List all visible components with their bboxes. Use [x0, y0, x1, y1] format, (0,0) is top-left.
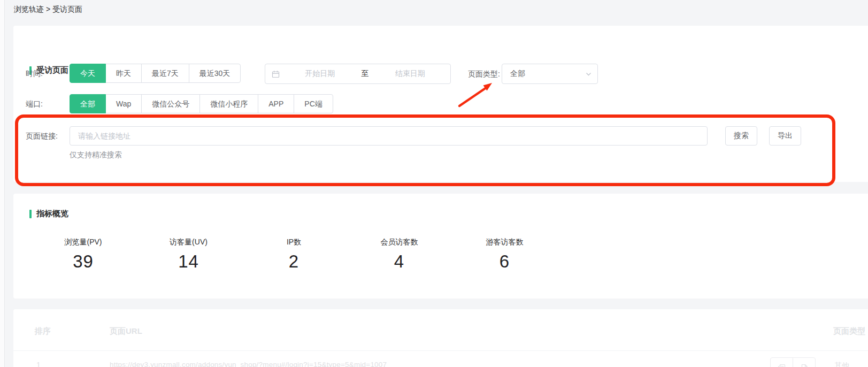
metrics-card: 指标概览 浏览量(PV) 39 访客量(UV) 14 IP数 2 会员访客数 4…	[13, 194, 868, 299]
copy-link-button[interactable]	[770, 357, 793, 367]
end-date-placeholder[interactable]: 结束日期	[370, 69, 451, 79]
stat-uv: 访客量(UV) 14	[136, 238, 241, 272]
cell-url[interactable]: https://dev3.yunzmall.com/addons/yun_sho…	[110, 361, 387, 367]
page-detail-button[interactable]	[793, 357, 816, 367]
page-type-label: 页面类型:	[468, 64, 500, 84]
stat-value: 14	[136, 251, 241, 272]
chevron-down-icon	[585, 71, 592, 78]
start-date-placeholder[interactable]: 开始日期	[280, 69, 360, 79]
search-button[interactable]: 搜索	[725, 126, 757, 146]
row-action-buttons	[770, 357, 816, 367]
port-option-pc[interactable]: PC端	[294, 94, 333, 113]
stat-ip: IP数 2	[241, 238, 347, 272]
time-button-group: 今天 昨天 最近7天 最近30天	[70, 64, 241, 83]
page-type-value: 全部	[510, 69, 585, 79]
export-button[interactable]: 导出	[769, 126, 801, 146]
cell-type: 其他	[834, 361, 849, 367]
filter-card: 受访页面 (2021/04/02) 时间: 今天 昨天 最近7天 最近30天 开…	[13, 26, 868, 182]
port-label: 端口:	[26, 100, 43, 109]
port-option-app[interactable]: APP	[258, 94, 294, 113]
copy-icon	[778, 364, 786, 367]
port-button-group: 全部 Wap 微信公众号 微信小程序 APP PC端	[70, 94, 333, 113]
port-option-wap[interactable]: Wap	[105, 94, 142, 113]
section-accent-bar	[29, 210, 32, 218]
time-label: 时间:	[26, 69, 43, 79]
stat-value: 2	[241, 251, 347, 272]
document-icon	[801, 364, 808, 367]
port-option-wechat-official[interactable]: 微信公众号	[141, 94, 200, 113]
time-option-last7days[interactable]: 最近7天	[141, 64, 189, 83]
time-option-yesterday[interactable]: 昨天	[105, 64, 142, 83]
calendar-icon	[272, 70, 280, 78]
stats-row: 浏览量(PV) 39 访客量(UV) 14 IP数 2 会员访客数 4 游客访客…	[30, 238, 557, 272]
port-option-all[interactable]: 全部	[70, 94, 106, 113]
date-range-separator: 至	[360, 69, 370, 79]
stat-guest-visitors: 游客访客数 6	[452, 238, 557, 272]
search-hint: 仅支持精准搜索	[70, 150, 122, 160]
column-header-rank: 排序	[35, 326, 51, 337]
time-option-today[interactable]: 今天	[70, 64, 106, 83]
stat-pv: 浏览量(PV) 39	[30, 238, 136, 272]
table-divider	[13, 350, 868, 351]
page-type-select[interactable]: 全部	[502, 64, 598, 84]
table-row: 1 https://dev3.yunzmall.com/addons/yun_s…	[13, 357, 868, 367]
metrics-title: 指标概览	[36, 209, 68, 219]
stat-label: 会员访客数	[347, 238, 452, 247]
cell-rank: 1	[36, 361, 41, 367]
table-header-row: 排序 页面URL 页面类型	[13, 326, 868, 346]
sidebar-edge	[0, 0, 5, 367]
port-option-wechat-mini[interactable]: 微信小程序	[199, 94, 258, 113]
metrics-card-header: 指标概览	[29, 209, 68, 219]
time-option-last30days[interactable]: 最近30天	[189, 64, 241, 83]
column-header-url: 页面URL	[110, 326, 142, 337]
stat-member-visitors: 会员访客数 4	[347, 238, 452, 272]
stat-value: 6	[452, 251, 557, 272]
table-card: 排序 页面URL 页面类型 1 https://dev3.yunzmall.co…	[13, 309, 868, 367]
stat-label: IP数	[241, 238, 347, 247]
breadcrumb: 浏览轨迹 > 受访页面	[14, 5, 82, 14]
stat-value: 39	[30, 251, 136, 272]
stat-label: 访客量(UV)	[136, 238, 241, 247]
page-link-input[interactable]	[70, 126, 708, 146]
page-link-label: 页面链接:	[26, 132, 58, 141]
stat-label: 游客访客数	[452, 238, 557, 247]
stat-value: 4	[347, 251, 452, 272]
column-header-type: 页面类型	[833, 326, 865, 337]
stat-label: 浏览量(PV)	[30, 238, 136, 247]
date-range-picker[interactable]: 开始日期 至 结束日期	[265, 64, 451, 84]
